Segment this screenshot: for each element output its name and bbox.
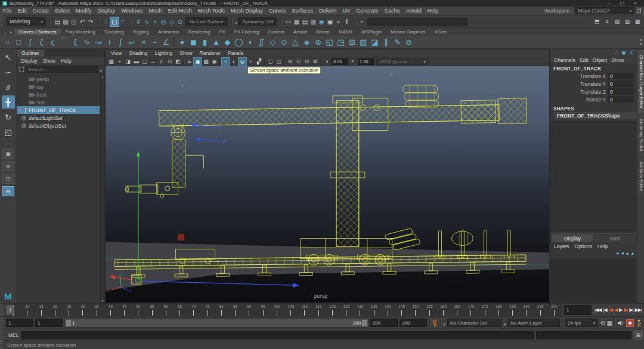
snap-to-curves-icon[interactable]: ∿ xyxy=(143,17,151,26)
textured-icon[interactable]: ▩ xyxy=(202,58,210,66)
display-render-settings-icon[interactable]: ▥ xyxy=(309,17,317,26)
render-frame-icon[interactable]: ▭ xyxy=(284,17,292,26)
select-object-icon[interactable]: ▢ xyxy=(110,17,119,26)
nurbs-plane-icon[interactable]: ◆ xyxy=(222,36,233,48)
channel-speed-icon[interactable]: ◉ xyxy=(621,50,626,57)
shelf-tab[interactable]: MASH xyxy=(335,29,357,35)
new-scene-icon[interactable]: ▤ xyxy=(53,17,61,26)
wireframe-icon[interactable]: ≣ xyxy=(185,58,193,66)
pause-viewport-icon[interactable]: ‖ xyxy=(342,17,351,26)
menu-item[interactable]: Display xyxy=(21,58,38,64)
menu-item[interactable]: Layers xyxy=(554,243,569,249)
menu-item[interactable]: Help xyxy=(61,58,71,64)
grease-pencil-icon[interactable]: ∠ xyxy=(157,58,165,66)
command-input[interactable] xyxy=(21,331,534,339)
redo-icon[interactable]: ↷ xyxy=(86,17,95,26)
range-bar[interactable]: 1 200 xyxy=(64,319,369,328)
drag-handle[interactable] xyxy=(0,16,4,27)
drag-handle[interactable] xyxy=(0,329,4,341)
list-item[interactable]: + FRONT_OF_TRACK xyxy=(17,106,100,114)
separator[interactable] xyxy=(174,36,175,47)
shelf-menu-icon[interactable]: ▪ xyxy=(2,31,8,35)
menu-item[interactable]: Edit xyxy=(15,8,30,14)
shelf-tab[interactable]: FX xyxy=(215,29,229,35)
animation-start-field[interactable]: 1 xyxy=(6,319,33,327)
menu-item[interactable]: Windows xyxy=(118,8,146,14)
chevron-down-icon[interactable] xyxy=(235,16,237,27)
channel-edit-icon[interactable]: ∠ xyxy=(629,50,634,57)
workspace-dropdown[interactable]: Maya Classic* xyxy=(575,7,634,14)
menu-item[interactable]: Surfaces xyxy=(289,8,317,14)
rebuild-curve-icon[interactable]: ∫ xyxy=(115,36,126,48)
bevel-plus-icon[interactable]: ◈ xyxy=(301,36,312,48)
loft-icon[interactable]: ∬ xyxy=(256,36,267,48)
shelf-tab[interactable]: Bifrost xyxy=(312,29,334,35)
playback-end-field[interactable]: 200 xyxy=(370,319,398,327)
character-set-dropdown[interactable]: No Character Set xyxy=(447,319,502,327)
separator[interactable] xyxy=(320,58,321,65)
lasso-tool[interactable]: ∽ xyxy=(2,66,15,79)
maximize-button[interactable] xyxy=(620,1,625,6)
move-tool[interactable]: ╋ xyxy=(2,95,15,109)
sidebar-tab[interactable]: Attribute Editor xyxy=(637,157,644,196)
sidebar-tab[interactable]: Channel Box / Layer Editor xyxy=(637,50,644,113)
viewport-canvas[interactable]: Y Y Z Z y x z xyxy=(106,66,549,302)
outliner-tab[interactable]: Outliner xyxy=(17,50,44,57)
heads-up-display-icon[interactable]: ⊡ xyxy=(166,58,174,66)
Rotate Y[interactable]: Rotate Y 0 xyxy=(550,95,637,103)
two-pane-layout[interactable]: ◫ xyxy=(2,174,14,184)
nurbs-cube-icon[interactable]: ◼ xyxy=(188,36,199,48)
view-transform-dropdown[interactable]: sRGB gamma xyxy=(376,58,429,65)
scrollbar[interactable]: ▲▼ xyxy=(100,74,104,303)
menu-item[interactable]: Help xyxy=(597,243,608,249)
nurbs-square-icon[interactable]: □ xyxy=(13,36,24,48)
symmetry-field[interactable]: Symmetry: Off xyxy=(238,17,277,26)
select-tool[interactable]: ↖ xyxy=(2,51,15,64)
birail-icon[interactable]: △ xyxy=(290,36,301,48)
stitch-icon[interactable]: ∥ xyxy=(380,36,392,48)
shelf-tab[interactable]: Animation xyxy=(154,29,184,35)
Translate Y[interactable]: Translate Y 0 xyxy=(550,80,637,88)
bookmark-icon[interactable]: ▬ xyxy=(132,58,140,66)
menu-item[interactable]: Object xyxy=(593,57,608,63)
menu-item[interactable]: Display xyxy=(95,8,119,14)
anim-layer-dropdown[interactable]: No Anim Layer xyxy=(507,319,560,327)
shelf-tab[interactable]: Arnold xyxy=(289,29,311,35)
gate-mask-icon[interactable]: ⊟ xyxy=(303,58,311,66)
step-back-key-button[interactable]: |◀ xyxy=(608,307,613,313)
layer-from-selected-icon[interactable]: ▴ xyxy=(631,250,634,258)
drag-handle[interactable] xyxy=(0,317,4,329)
search-input[interactable] xyxy=(26,66,98,73)
channel-value-field[interactable]: 0 xyxy=(608,81,634,87)
ipr-render-icon[interactable]: ▦ xyxy=(292,17,301,26)
channel-stats-icon[interactable]: ∴ xyxy=(615,50,618,57)
Translate X[interactable]: Translate X 0 xyxy=(550,72,637,80)
rotate-tool[interactable]: ↻ xyxy=(2,110,15,123)
selection-filter-icon[interactable] xyxy=(19,67,24,72)
playblast-icon[interactable]: ▦ xyxy=(607,320,612,326)
loop-mode-icon[interactable]: ⟲ xyxy=(600,320,605,326)
extend-curve-icon[interactable]: ↝ xyxy=(92,36,104,48)
fps-dropdown[interactable]: 24 fps xyxy=(565,319,598,327)
menu-item[interactable]: Create xyxy=(30,8,52,14)
play-forwards-button[interactable]: ▶ xyxy=(618,307,623,313)
planar-icon[interactable]: ◇ xyxy=(267,36,278,48)
move-layer-down-icon[interactable]: ◂ xyxy=(621,250,624,258)
go-to-start-button[interactable]: |◀◀ xyxy=(594,307,602,313)
save-scene-icon[interactable]: ◫ xyxy=(70,17,78,26)
lock-workspace-icon[interactable] xyxy=(637,10,641,13)
menu-item[interactable]: Arnold xyxy=(403,8,425,14)
hypershade-icon[interactable]: ◉ xyxy=(317,17,326,26)
channel-value-field[interactable]: 0 xyxy=(608,96,634,103)
project-curve-icon[interactable]: ⊕ xyxy=(312,36,324,48)
shelf-tab[interactable]: Curves / Surfaces xyxy=(14,29,61,35)
current-frame-field[interactable]: 1 xyxy=(564,305,592,315)
playback-start-field[interactable]: 1 xyxy=(35,319,63,327)
image-plane-icon[interactable]: ▢ xyxy=(141,58,148,66)
exposure-icon[interactable]: ◑ xyxy=(323,58,330,66)
shaded-icon[interactable]: ▣ xyxy=(194,58,202,66)
range-start-handle[interactable] xyxy=(66,320,71,326)
gamma-field[interactable]: 1.00 xyxy=(358,58,374,65)
menu-item[interactable]: Options xyxy=(575,243,592,249)
close-button[interactable] xyxy=(634,1,637,6)
